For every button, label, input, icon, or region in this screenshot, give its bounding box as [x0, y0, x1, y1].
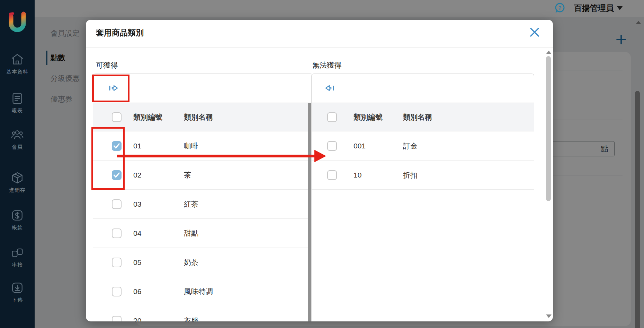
sidebar-item-串接[interactable]: 串接: [0, 246, 35, 268]
category-code: 01: [133, 142, 141, 150]
category-name: 甜點: [184, 228, 198, 238]
category-name: 風味特調: [184, 287, 213, 296]
table-body: 001訂金10折扣: [312, 131, 534, 321]
column-header: 類別名稱: [184, 112, 213, 122]
app-logo[interactable]: [0, 10, 35, 34]
move-left-icon[interactable]: [324, 83, 335, 93]
apply-category-modal: 套用商品類別 可獲得 無法獲得 類別編號類別名稱 01咖啡02茶03紅茶04甜點…: [86, 20, 553, 321]
select-all-checkbox[interactable]: [112, 112, 122, 122]
column-header: 類別編號: [133, 112, 162, 122]
members-icon: [10, 128, 24, 142]
category-name: 紅茶: [184, 199, 198, 209]
app-window: 會員設定點數分級優惠優惠券 點: [0, 0, 644, 328]
category-name: 咖啡: [184, 141, 198, 151]
admin-user-menu[interactable]: 百揚管理員: [574, 3, 614, 14]
sidebar-item-label: 基本資料: [0, 69, 35, 75]
divider: [86, 47, 553, 48]
sidebar-item-報表[interactable]: 報表: [0, 92, 35, 114]
billing-icon: [10, 208, 24, 222]
link-icon: [10, 246, 24, 260]
download-icon: [10, 281, 24, 295]
column-header: 類別名稱: [403, 112, 432, 122]
excluded-categories-panel: 類別編號類別名稱 001訂金10折扣: [311, 74, 534, 321]
category-name: 茶: [184, 170, 191, 180]
close-icon[interactable]: [529, 27, 540, 37]
transfer-row: [312, 74, 534, 103]
table-row[interactable]: 10折扣: [312, 161, 534, 190]
sidebar-item-進銷存[interactable]: 進銷存: [0, 171, 35, 193]
checkbox-unchecked[interactable]: [112, 228, 122, 238]
table-header: 類別編號類別名稱: [312, 103, 534, 131]
category-name: 訂金: [403, 141, 418, 151]
category-code: 05: [133, 258, 141, 267]
sidebar-item-下傳[interactable]: 下傳: [0, 281, 35, 303]
sidebar-item-label: 串接: [0, 262, 35, 268]
category-code: 02: [133, 171, 141, 179]
sidebar-item-label: 進銷存: [0, 187, 35, 193]
sidebar-item-label: 帳款: [0, 224, 35, 231]
home-icon: [10, 53, 24, 67]
checkbox-unchecked[interactable]: [112, 287, 122, 296]
sidebar-item-帳款[interactable]: 帳款: [0, 208, 35, 231]
table-row[interactable]: 04甜點: [93, 219, 313, 248]
report-icon: [10, 92, 24, 105]
left-panel-label: 可獲得: [96, 60, 118, 70]
category-code: 03: [133, 200, 141, 208]
checkbox-unchecked[interactable]: [112, 199, 122, 209]
category-code: 001: [354, 142, 366, 150]
checkbox-unchecked[interactable]: [327, 141, 337, 151]
table-header: 類別編號類別名稱: [93, 103, 313, 131]
checkbox-unchecked[interactable]: [112, 258, 122, 267]
table-row[interactable]: 05奶茶: [93, 248, 313, 277]
inventory-icon: [10, 171, 24, 185]
available-categories-panel: 類別編號類別名稱 01咖啡02茶03紅茶04甜點05奶茶06風味特調20衣服: [93, 74, 313, 321]
category-name: 奶茶: [184, 258, 198, 267]
annotation-arrow: [117, 155, 315, 157]
modal-scrollbar-down-icon[interactable]: [546, 314, 552, 318]
table-row[interactable]: 001訂金: [312, 131, 534, 161]
svg-text:?: ?: [558, 5, 561, 11]
sidebar-item-基本資料[interactable]: 基本資料: [0, 53, 35, 75]
category-name: 衣服: [184, 316, 198, 322]
category-code: 04: [133, 229, 141, 238]
annotation-arrow-head: [314, 150, 326, 162]
table-row[interactable]: 20衣服: [93, 306, 313, 321]
right-panel-label: 無法獲得: [312, 60, 341, 70]
sidebar-item-label: 報表: [0, 107, 35, 114]
caret-down-icon[interactable]: [617, 6, 623, 10]
table-row[interactable]: 03紅茶: [93, 190, 313, 219]
annotation-box-checkboxes: [91, 127, 125, 190]
modal-scrollbar[interactable]: [546, 56, 551, 201]
modal-title: 套用商品類別: [96, 27, 144, 38]
category-name: 折扣: [403, 170, 418, 180]
category-code: 06: [133, 287, 141, 296]
help-circle-icon[interactable]: ?: [554, 2, 566, 14]
category-code: 10: [354, 171, 361, 179]
table-row[interactable]: 02茶: [93, 161, 313, 190]
select-all-checkbox[interactable]: [327, 112, 337, 122]
column-header: 類別編號: [354, 112, 383, 122]
app-sidebar: 基本資料報表會員進銷存帳款串接下傳: [0, 0, 35, 328]
table-row[interactable]: 06風味特調: [93, 277, 313, 306]
checkbox-unchecked[interactable]: [112, 316, 122, 322]
annotation-box-move-button: [92, 75, 129, 102]
checkbox-unchecked[interactable]: [327, 170, 337, 180]
modal-scrollbar-up-icon[interactable]: [546, 51, 552, 54]
sidebar-item-label: 會員: [0, 144, 35, 150]
table-body: 01咖啡02茶03紅茶04甜點05奶茶06風味特調20衣服: [93, 131, 313, 321]
category-code: 20: [133, 317, 141, 322]
sidebar-item-label: 下傳: [0, 297, 35, 303]
sidebar-item-會員[interactable]: 會員: [0, 128, 35, 150]
header-actions: ? 百揚管理員: [554, 0, 623, 16]
